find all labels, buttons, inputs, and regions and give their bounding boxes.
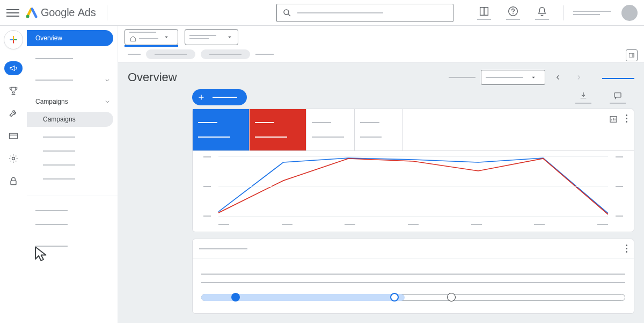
nav-subitem-campaigns[interactable]: Campaigns: [27, 112, 113, 127]
chevron-left-icon: [554, 74, 562, 81]
icon-rail: [0, 26, 27, 323]
caret-down-icon: [530, 74, 537, 81]
account-switcher[interactable]: [573, 11, 611, 15]
rail-item-admin[interactable]: [0, 170, 27, 192]
header-divider: [563, 5, 564, 20]
card-menu-button[interactable]: [626, 114, 627, 123]
menu-icon[interactable]: [6, 6, 19, 19]
nav-subitem[interactable]: [27, 130, 118, 144]
date-prev-button[interactable]: [551, 70, 566, 85]
rail-item-tools[interactable]: [0, 102, 27, 125]
progress-stepper[interactable]: [201, 291, 625, 304]
nav-subitem[interactable]: [27, 172, 118, 186]
card-title: [199, 248, 247, 249]
home-icon: [129, 35, 137, 42]
help-icon: [507, 5, 519, 17]
recommendation-card: [192, 239, 634, 314]
chevron-down-icon: [104, 98, 111, 105]
download-icon: [579, 91, 588, 101]
performance-chart-card: [192, 109, 634, 232]
brand-logo[interactable]: Google Ads: [26, 6, 96, 19]
svg-point-5: [513, 13, 514, 15]
nav-subitem[interactable]: [27, 204, 118, 218]
card-menu-button[interactable]: [626, 245, 627, 253]
search-placeholder: [297, 12, 383, 13]
plus-icon: [8, 34, 19, 45]
plus-icon: [197, 93, 206, 102]
avatar[interactable]: [621, 5, 638, 21]
nav-item-insights[interactable]: [27, 73, 118, 87]
bell-icon: [536, 5, 548, 17]
new-campaign-button[interactable]: [192, 89, 247, 105]
reports-icon: [478, 5, 490, 17]
create-button[interactable]: [4, 30, 23, 49]
metric-tile-3[interactable]: [306, 109, 355, 150]
megaphone-icon: [9, 63, 18, 73]
filter-chip[interactable]: [146, 49, 195, 59]
date-next-button[interactable]: [571, 70, 586, 85]
svg-point-7: [12, 157, 15, 160]
search-input[interactable]: [276, 4, 453, 22]
nav-subitem[interactable]: [27, 144, 118, 158]
metric-tile-1[interactable]: [193, 109, 250, 150]
svg-rect-6: [10, 133, 18, 139]
nav-section-campaigns[interactable]: Campaigns: [27, 95, 118, 109]
metric-tile-4[interactable]: [355, 109, 403, 150]
svg-rect-10: [632, 54, 634, 58]
rail-item-billing[interactable]: [0, 125, 27, 147]
app-header: Google Ads: [0, 0, 644, 26]
gear-icon: [8, 153, 19, 164]
svg-rect-3: [484, 8, 485, 16]
nav-subitem[interactable]: [27, 218, 118, 232]
main-content: Overview: [118, 26, 644, 323]
x-axis: [218, 224, 608, 225]
breadcrumb: [128, 54, 141, 55]
svg-point-0: [26, 15, 30, 18]
chevron-right-icon: [575, 74, 582, 81]
help-button[interactable]: [502, 2, 524, 24]
metric-tile-2[interactable]: [250, 109, 306, 150]
panel-icon: [628, 52, 635, 59]
google-ads-logo-icon: [26, 7, 38, 19]
header-divider: [107, 5, 107, 20]
reports-button[interactable]: [473, 2, 495, 24]
workspace-toggle[interactable]: [626, 49, 638, 61]
step-active: [390, 293, 399, 302]
rail-item-goals[interactable]: [0, 80, 27, 102]
caret-down-icon: [226, 33, 233, 41]
nav-subitem[interactable]: [27, 239, 118, 253]
search-icon: [282, 8, 292, 18]
nav-item-overview[interactable]: Overview: [27, 30, 113, 46]
svg-point-1: [284, 10, 289, 15]
y-axis-right: [616, 156, 623, 217]
svg-rect-8: [11, 181, 16, 185]
breadcrumb-bar: [118, 45, 644, 62]
show-last-link[interactable]: [602, 78, 634, 79]
campaign-scope-select[interactable]: [185, 29, 238, 45]
feedback-button[interactable]: [610, 91, 626, 104]
expand-chart-icon[interactable]: [609, 114, 618, 124]
notifications-button[interactable]: [531, 2, 553, 24]
page-title: Overview: [128, 70, 177, 84]
download-button[interactable]: [575, 91, 591, 104]
feedback-icon: [613, 91, 623, 101]
nav-item-recommendations[interactable]: [27, 52, 113, 66]
left-nav: Overview Campaigns Campaigns: [27, 26, 118, 323]
filter-chip[interactable]: [201, 49, 250, 59]
chevron-down-icon: [104, 76, 111, 84]
step-completed: [231, 293, 240, 302]
nav-subitem[interactable]: [27, 158, 118, 172]
line-chart: [193, 151, 634, 232]
rail-item-settings[interactable]: [0, 147, 27, 170]
text-line: [201, 274, 625, 275]
breadcrumb: [255, 54, 274, 55]
account-scope-select[interactable]: [125, 29, 178, 45]
rail-item-campaigns[interactable]: [0, 57, 27, 80]
svg-rect-11: [614, 93, 621, 97]
date-range-select[interactable]: [481, 70, 545, 85]
trophy-icon: [8, 85, 19, 96]
card-icon: [8, 131, 19, 141]
scope-toolbar: [118, 26, 644, 45]
y-axis-left: [203, 156, 211, 217]
text-line: [201, 282, 625, 283]
